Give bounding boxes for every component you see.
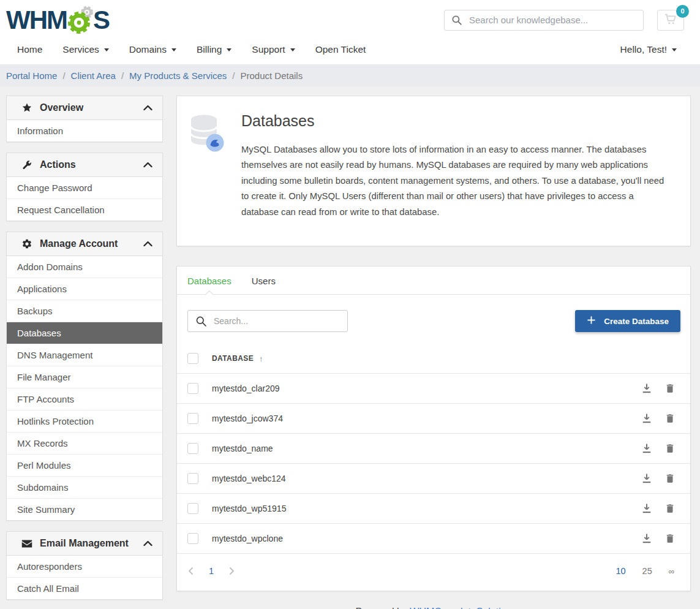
delete-icon[interactable] — [664, 382, 676, 395]
sort-ascending-icon[interactable]: ↑ — [259, 354, 263, 363]
nav-item-services[interactable]: Services — [62, 44, 108, 55]
wrench-icon — [21, 159, 32, 170]
chevron-up-icon — [143, 159, 152, 170]
sidebar-item-information[interactable]: Information — [7, 120, 162, 142]
breadcrumb-my-products[interactable]: My Products & Services — [129, 70, 227, 81]
sidebar-item-subdomains[interactable]: Subdomains — [7, 476, 162, 498]
table-row: mytestdo_wp51915 — [177, 493, 690, 523]
nav-item-domains[interactable]: Domains — [129, 44, 176, 55]
sidebar-item-databases[interactable]: Databases — [7, 322, 162, 344]
sidebar-item-change-password[interactable]: Change Password — [7, 177, 162, 199]
delete-icon[interactable] — [664, 502, 676, 515]
nav-item-open-ticket[interactable]: Open Ticket — [315, 44, 366, 55]
plus-icon — [587, 316, 596, 327]
delete-icon[interactable] — [664, 532, 676, 545]
sidebar-item-file-manager[interactable]: File Manager — [7, 366, 162, 388]
product-description-panel: Databases MySQL Databases allow you to s… — [176, 96, 691, 246]
page-size-25[interactable]: 25 — [642, 566, 652, 576]
tab-databases[interactable]: Databases — [187, 267, 231, 294]
sidebar-item-request-cancellation[interactable]: Request Cancellation — [7, 199, 162, 221]
row-checkbox[interactable] — [187, 533, 198, 544]
sidebar-item-ftp-accounts[interactable]: FTP Accounts — [7, 388, 162, 410]
caret-down-icon — [227, 48, 231, 51]
breadcrumb-portal-home[interactable]: Portal Home — [6, 70, 57, 81]
sidebar-panel-actions: Actions Change Password Request Cancella… — [6, 153, 163, 221]
sidebar-item-addon-domains[interactable]: Addon Domains — [7, 256, 162, 278]
row-checkbox[interactable] — [187, 473, 198, 484]
sidebar-item-backups[interactable]: Backups — [7, 300, 162, 322]
logo-text-s: S — [93, 7, 109, 33]
sidebar-item-applications[interactable]: Applications — [7, 278, 162, 300]
main-navigation: Home Services Domains Billing Support Op… — [0, 34, 700, 64]
database-name: mytestdo_webc124 — [212, 474, 641, 483]
download-icon[interactable] — [641, 502, 653, 515]
sidebar: Overview Information Actions Change Pass… — [6, 96, 163, 609]
delete-icon[interactable] — [664, 442, 676, 455]
database-name: mytestdo_wpclone — [212, 534, 641, 543]
caret-down-icon — [171, 48, 176, 51]
sidebar-panel-overview: Overview Information — [6, 96, 163, 142]
create-database-button[interactable]: Create Database — [575, 310, 680, 332]
row-checkbox[interactable] — [187, 443, 198, 454]
powered-by-text: Powered by — [355, 607, 407, 609]
chevron-left-icon[interactable] — [188, 567, 194, 575]
row-checkbox[interactable] — [187, 413, 198, 424]
download-icon[interactable] — [641, 442, 653, 455]
page-size-all[interactable]: ∞ — [669, 567, 674, 576]
caret-down-icon — [290, 48, 295, 51]
sidebar-header-actions[interactable]: Actions — [7, 153, 162, 177]
nav-item-home[interactable]: Home — [17, 44, 42, 55]
whmcs-logo[interactable]: WHM S — [6, 6, 109, 35]
user-menu[interactable]: Hello, Test! — [620, 44, 677, 55]
sidebar-item-perl-modules[interactable]: Perl Modules — [7, 454, 162, 476]
row-checkbox[interactable] — [187, 383, 198, 394]
chevron-right-icon[interactable] — [229, 567, 235, 575]
select-all-checkbox[interactable] — [187, 353, 198, 364]
page-size-10[interactable]: 10 — [615, 566, 625, 576]
breadcrumb-current: Product Details — [240, 70, 303, 81]
tab-users[interactable]: Users — [252, 267, 276, 294]
delete-icon[interactable] — [664, 472, 676, 485]
column-header-database[interactable]: DATABASE — [212, 354, 254, 363]
sidebar-item-mx-records[interactable]: MX Records — [7, 432, 162, 454]
sidebar-item-autoresponders[interactable]: Autoresponders — [7, 556, 162, 577]
table-toolbar: Create Database — [177, 295, 690, 344]
page-title: Databases — [241, 112, 672, 130]
sidebar-panel-email-management: Email Management Autoresponders Catch Al… — [6, 531, 163, 600]
database-name: mytestdo_jcow374 — [212, 414, 641, 423]
nav-item-support[interactable]: Support — [252, 44, 295, 55]
row-checkbox[interactable] — [187, 503, 198, 514]
breadcrumb-client-area[interactable]: Client Area — [71, 70, 116, 81]
table-row: mytestdo_jcow374 — [177, 403, 690, 433]
cart-count-badge: 0 — [676, 5, 689, 18]
sidebar-header-email-management[interactable]: Email Management — [7, 532, 162, 556]
sidebar-item-dns-management[interactable]: DNS Management — [7, 344, 162, 366]
download-icon[interactable] — [641, 532, 653, 545]
search-icon — [451, 15, 462, 28]
download-icon[interactable] — [641, 382, 653, 395]
pagination: 1 10 25 ∞ — [177, 553, 690, 591]
breadcrumb-separator: / — [121, 70, 124, 81]
sidebar-header-manage-account[interactable]: Manage Account — [7, 232, 162, 256]
breadcrumb-separator: / — [62, 70, 65, 81]
table-row: mytestdo_wpclone — [177, 523, 690, 553]
table-row: mytestdo_clar209 — [177, 373, 690, 403]
sidebar-item-catch-all-email[interactable]: Catch All Email — [7, 577, 162, 599]
page-number[interactable]: 1 — [209, 566, 214, 576]
sidebar-item-hotlinks-protection[interactable]: Hotlinks Protection — [7, 410, 162, 432]
logo-text-whm: WHM — [6, 7, 67, 33]
knowledgebase-search — [444, 10, 644, 31]
knowledgebase-search-input[interactable] — [444, 10, 644, 31]
sidebar-header-overview[interactable]: Overview — [7, 96, 162, 120]
cart-button[interactable]: 0 — [657, 10, 684, 31]
sidebar-item-site-summary[interactable]: Site Summary — [7, 498, 162, 520]
nav-item-billing[interactable]: Billing — [197, 44, 231, 55]
table-search-input[interactable] — [187, 310, 348, 332]
footer: Powered by WHMCompleteSolution — [176, 591, 691, 609]
chevron-up-icon — [143, 238, 152, 249]
download-icon[interactable] — [641, 472, 653, 485]
delete-icon[interactable] — [664, 412, 676, 425]
database-icon — [187, 113, 227, 220]
whmcompletesolution-link[interactable]: WHMCompleteSolution — [410, 607, 511, 609]
download-icon[interactable] — [641, 412, 653, 425]
